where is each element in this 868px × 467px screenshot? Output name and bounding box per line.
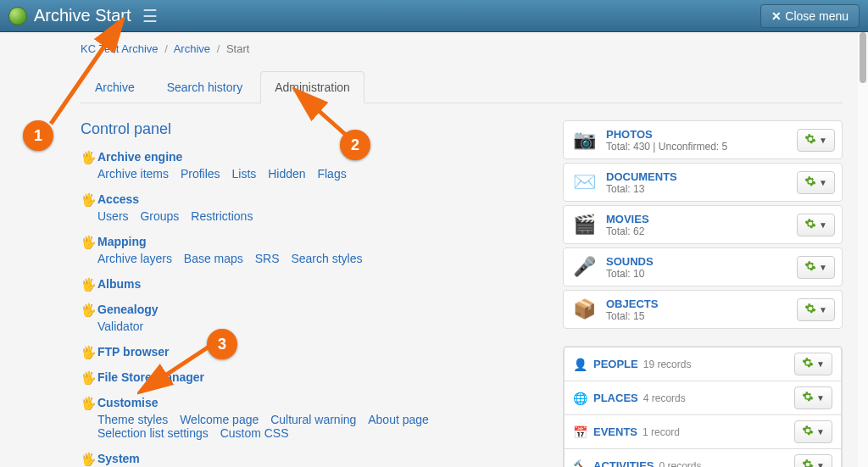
control-section: 🖐 File Store manager — [81, 370, 529, 384]
close-icon: ✕ — [771, 9, 782, 23]
section-links: Archive items Profiles Lists Hidden Flag… — [81, 167, 529, 181]
section-title-link[interactable]: Albums — [97, 277, 141, 291]
control-link[interactable]: Archive items — [97, 167, 169, 181]
control-section: 🖐 FTP browser — [81, 345, 529, 359]
section-title-link[interactable]: Archive engine — [97, 150, 182, 164]
clapper-icon: 🎬 — [570, 211, 598, 238]
gear-icon — [804, 175, 816, 190]
control-section: 🖐 Albums — [81, 277, 529, 291]
entity-row-title[interactable]: PEOPLE — [593, 358, 638, 370]
chevron-down-icon: ▼ — [816, 393, 825, 403]
section-title-link[interactable]: Genealogy — [97, 303, 159, 316]
section-links: Archive layers Base maps SRS Search styl… — [81, 252, 529, 265]
control-link[interactable]: Profiles — [181, 167, 220, 181]
gear-dropdown-button[interactable]: ▼ — [794, 353, 832, 375]
scrollbar[interactable] — [858, 32, 868, 467]
media-card-subtitle: Total: 10 — [606, 268, 797, 280]
tabs: Archive Search history Administration — [81, 70, 843, 103]
hamburger-icon[interactable]: ☰ — [137, 6, 163, 26]
control-panel: Control panel 🖐 Archive engine Archive i… — [81, 120, 529, 467]
microphone-icon: 🎤 — [570, 253, 598, 281]
control-link[interactable]: Restrictions — [191, 209, 253, 223]
control-link[interactable]: About page — [368, 413, 429, 426]
gear-dropdown-button[interactable]: ▼ — [797, 214, 835, 236]
topbar: Archive Start ☰ ✕ Close menu — [0, 0, 868, 32]
annotation-3: 3 — [207, 329, 237, 359]
entity-row: 📅 EVENTS 1 record ▼ — [564, 415, 842, 449]
gear-dropdown-button[interactable]: ▼ — [797, 171, 835, 194]
entity-row: 🔨 ACTIVITIES 0 records ▼ — [564, 449, 842, 467]
gear-dropdown-button[interactable]: ▼ — [797, 298, 835, 321]
section-links: Validator — [81, 320, 529, 333]
control-section: 🖐 Access Users Groups Restrictions — [81, 192, 529, 223]
control-link[interactable]: Theme styles — [97, 413, 168, 426]
gear-dropdown-button[interactable]: ▼ — [794, 454, 832, 467]
annotation-1: 1 — [23, 120, 53, 151]
chevron-down-icon: ▼ — [816, 359, 825, 369]
entity-row-title[interactable]: EVENTS — [593, 425, 637, 438]
hand-icon: 🖐 — [81, 303, 92, 316]
section-title-link[interactable]: Customise — [97, 396, 159, 409]
control-link[interactable]: Welcome page — [180, 413, 259, 426]
media-card-title[interactable]: PHOTOS — [606, 128, 797, 141]
control-link[interactable]: Validator — [97, 320, 143, 333]
hand-icon: 🖐 — [81, 236, 92, 248]
gear-dropdown-button[interactable]: ▼ — [794, 386, 832, 409]
close-menu-button[interactable]: ✕ Close menu — [760, 4, 860, 28]
gear-dropdown-button[interactable]: ▼ — [797, 256, 835, 279]
scroll-thumb[interactable] — [860, 32, 866, 83]
right-panel: 📷 PHOTOS Total: 430 | Unconfirmed: 5 ▼ ✉… — [563, 120, 843, 467]
media-card-title[interactable]: OBJECTS — [606, 297, 797, 310]
entity-row: 🌐 PLACES 4 records ▼ — [564, 381, 842, 415]
gear-icon — [804, 260, 816, 275]
tab-archive[interactable]: Archive — [81, 71, 149, 103]
calendar-icon: 📅 — [573, 425, 587, 439]
entity-row-title[interactable]: PLACES — [593, 392, 638, 404]
tab-search-history[interactable]: Search history — [153, 71, 257, 103]
gear-icon — [804, 218, 816, 232]
breadcrumb-archive[interactable]: Archive — [174, 42, 210, 55]
control-link[interactable]: Flags — [317, 167, 346, 181]
control-link[interactable]: Hidden — [268, 167, 305, 181]
section-title-link[interactable]: FTP browser — [97, 345, 170, 359]
gear-dropdown-button[interactable]: ▼ — [794, 420, 832, 443]
control-link[interactable]: Cultural warning — [270, 413, 356, 426]
section-title-link[interactable]: Access — [97, 192, 139, 206]
control-link[interactable]: Groups — [140, 209, 179, 223]
annotation-2: 2 — [340, 130, 370, 160]
control-link[interactable]: Search styles — [291, 252, 362, 265]
control-link[interactable]: Users — [97, 209, 129, 223]
chevron-down-icon: ▼ — [816, 427, 825, 436]
section-title-link[interactable]: Mapping — [97, 235, 147, 248]
app-title: Archive Start — [34, 6, 131, 25]
tab-administration[interactable]: Administration — [260, 71, 364, 103]
gear-icon — [804, 133, 816, 147]
section-title-link[interactable]: System — [97, 452, 140, 465]
hand-icon: 🖐 — [81, 371, 92, 384]
gear-dropdown-button[interactable]: ▼ — [797, 129, 835, 152]
gear-icon — [802, 459, 814, 467]
control-link[interactable]: Selection list settings — [97, 426, 209, 440]
control-link[interactable]: SRS — [255, 252, 280, 265]
media-card-subtitle: Total: 13 — [606, 183, 797, 195]
gear-icon — [802, 425, 814, 439]
control-link[interactable]: Archive layers — [97, 252, 172, 265]
control-section: 🖐 Archive engine Archive items Profiles … — [81, 150, 529, 181]
media-card-title[interactable]: DOCUMENTS — [606, 170, 797, 183]
media-card-subtitle: Total: 15 — [606, 310, 797, 322]
hand-icon: 🖐 — [81, 151, 92, 164]
control-link[interactable]: Custom CSS — [220, 426, 289, 440]
breadcrumb-archive-name[interactable]: KC Test Archive — [81, 42, 159, 55]
entity-row-count: 4 records — [643, 392, 794, 404]
hand-icon: 🖐 — [81, 346, 92, 359]
gear-icon — [802, 391, 814, 405]
control-link[interactable]: Lists — [232, 167, 257, 181]
app-orb-icon[interactable] — [8, 7, 27, 25]
entity-row-title[interactable]: ACTIVITIES — [593, 459, 654, 467]
media-card-title[interactable]: MOVIES — [606, 213, 797, 225]
gear-icon — [802, 357, 814, 371]
section-title-link[interactable]: File Store manager — [97, 370, 204, 384]
control-link[interactable]: Base maps — [184, 252, 243, 265]
media-card-title[interactable]: SOUNDS — [606, 255, 797, 268]
section-links: Theme styles Welcome page Cultural warni… — [81, 413, 529, 440]
